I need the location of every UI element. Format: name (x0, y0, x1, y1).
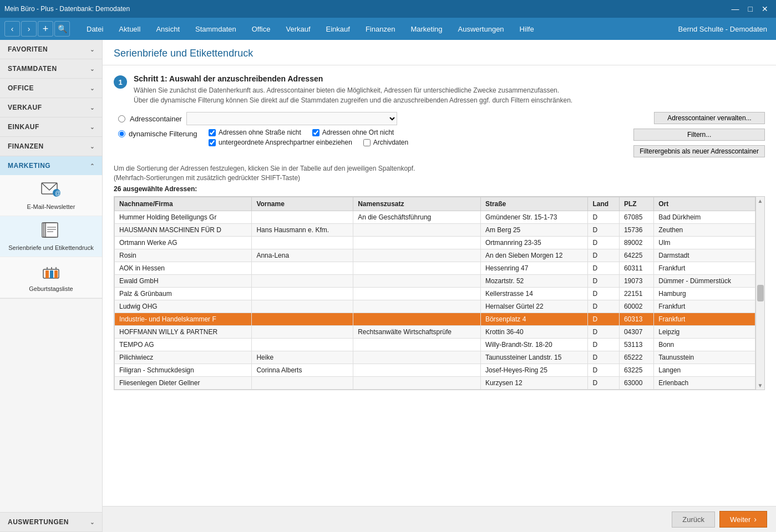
nav-search-button[interactable]: 🔍 (54, 21, 70, 37)
sidebar-favoriten-header[interactable]: FAVORITEN ⌄ (0, 40, 102, 59)
radio-dynamisch-label[interactable]: dynamische Filterung (129, 130, 197, 138)
menu-einkauf[interactable]: Einkauf (318, 21, 358, 38)
table-row[interactable]: Industrie- und Handelskammer FBörsenplat… (115, 313, 755, 325)
th-land[interactable]: Land (588, 197, 620, 211)
table-row[interactable]: Hummer Holding Beteiligungs GrAn die Ges… (115, 211, 755, 223)
check-ort-label[interactable]: Adressen ohne Ort nicht (322, 129, 394, 136)
nav-arrows: ‹ › + 🔍 (4, 21, 70, 37)
step-header: 1 Schritt 1: Auswahl der anzuschreibende… (114, 74, 765, 105)
table-row[interactable]: Palz & GrünbaumKellerstrasse 14D22151Ham… (115, 287, 755, 300)
table-cell: Industrie- und Handelskammer F (115, 313, 252, 325)
table-row[interactable]: RosinAnna-LenaAn den Sieben Morgen 12D64… (115, 249, 755, 262)
sidebar-auswertungen-header[interactable]: AUSWERTUNGEN ⌄ (0, 513, 102, 531)
sidebar-einkauf-header[interactable]: EINKAUF ⌄ (0, 117, 102, 136)
table-cell: Rosin (115, 249, 252, 262)
menu-ansicht[interactable]: Ansicht (148, 21, 187, 38)
nav-back-button[interactable]: ‹ (4, 21, 20, 37)
table-cell (353, 223, 481, 236)
adresscontainer-verwalten-button[interactable]: Adresscontainer verwalten... (654, 112, 765, 124)
th-nachname[interactable]: Nachname/Firma (115, 197, 252, 211)
sidebar-office-header[interactable]: OFFICE ⌄ (0, 79, 102, 98)
table-cell (353, 287, 481, 300)
table-cell: TEMPO AG (115, 338, 252, 351)
table-row[interactable]: Ewald GmbHMozartstr. 52D19073Dümmer - Dü… (115, 274, 755, 287)
scrollbar[interactable]: ▲ ▼ (756, 196, 765, 390)
nav-forward-button[interactable]: › (21, 21, 37, 37)
table-cell (353, 249, 481, 262)
sidebar-item-serienbriefe[interactable]: Serienbriefe und Etikettendruck (0, 216, 102, 257)
radio-adresscontainer[interactable] (118, 115, 125, 122)
filtern-button[interactable]: Filtern... (633, 129, 765, 141)
sidebar-section-favoriten: FAVORITEN ⌄ (0, 40, 102, 59)
sidebar-verkauf-header[interactable]: VERKAUF ⌄ (0, 98, 102, 117)
th-plz[interactable]: PLZ (619, 197, 653, 211)
sidebar-serienbriefe-label: Serienbriefe und Etikettendruck (8, 244, 93, 251)
table-cell: D (588, 236, 620, 249)
adresscontainer-select[interactable] (186, 112, 397, 125)
checkbox-ort[interactable] (312, 129, 319, 136)
menu-finanzen[interactable]: Finanzen (358, 21, 403, 38)
sidebar-marketing-header[interactable]: MARKETING ⌃ (0, 156, 102, 175)
table-body: Hummer Holding Beteiligungs GrAn die Ges… (115, 211, 755, 389)
th-ort[interactable]: Ort (654, 197, 755, 211)
checkbox-strasse[interactable] (209, 129, 216, 136)
menu-auswertungen[interactable]: Auswertungen (450, 21, 511, 38)
table-cell: An die Geschäftsführung (353, 211, 481, 223)
chevron-down-icon: ⌄ (90, 519, 95, 525)
table-row[interactable]: PilichiwieczHeikeTaunussteiner Landstr. … (115, 351, 755, 364)
menu-verkauf[interactable]: Verkauf (278, 21, 318, 38)
menu-aktuell[interactable]: Aktuell (111, 21, 148, 38)
menu-datei[interactable]: Datei (79, 21, 111, 38)
weiter-button[interactable]: Weiter › (719, 511, 767, 528)
check-archivdaten: Archivdaten (363, 139, 408, 146)
nav-add-button[interactable]: + (38, 21, 53, 37)
sidebar-item-email-newsletter[interactable]: @ E-Mail-Newsletter (0, 175, 102, 216)
close-button[interactable]: ✕ (758, 3, 772, 14)
menu-stammdaten[interactable]: Stammdaten (187, 21, 244, 38)
table-row[interactable]: Ludwig OHGHernalser Gürtel 22D60002Frank… (115, 300, 755, 313)
sidebar-item-geburtstagsliste[interactable]: Geburtstagsliste (0, 257, 102, 298)
table-cell: Hessenring 47 (480, 262, 588, 274)
table-row[interactable]: Ortmann Werke AGOrtmannring 23-35D89002U… (115, 236, 755, 249)
table-cell: Langen (654, 364, 755, 376)
sort-info: Um die Sortierung der Adressen festzuleg… (114, 164, 765, 183)
table-cell: Darmstadt (654, 249, 755, 262)
checkbox-ansprechpartner[interactable] (209, 139, 216, 146)
step-info: Schritt 1: Auswahl der anzuschreibenden … (134, 74, 572, 105)
th-vorname[interactable]: Vorname (252, 197, 353, 211)
table-cell: D (588, 287, 620, 300)
table-row[interactable]: Filigran - SchmuckdesignCorinna AlbertsJ… (115, 364, 755, 376)
radio-dynamisch[interactable] (118, 130, 125, 137)
table-cell (252, 313, 353, 325)
filter-result-button[interactable]: Filterergebnis als neuer Adresscontainer (633, 145, 765, 157)
table-cell: Bonn (654, 338, 755, 351)
sidebar-stammdaten-header[interactable]: STAMMDATEN ⌄ (0, 59, 102, 78)
table-cell: Kurzysen 12 (480, 376, 588, 389)
table-row[interactable]: AOK in HessenHessenring 47D60311Frankfur… (115, 262, 755, 274)
maximize-button[interactable]: □ (745, 3, 756, 14)
table-row[interactable]: TEMPO AGWilly-Brandt-Str. 18-20D53113Bon… (115, 338, 755, 351)
table-cell: 60311 (619, 262, 653, 274)
check-strasse: Adressen ohne Straße nicht (209, 129, 301, 136)
th-namenszusatz[interactable]: Namenszusatz (353, 197, 481, 211)
zurueck-button[interactable]: Zurück (672, 511, 715, 528)
sidebar-finanzen-header[interactable]: FINANZEN ⌄ (0, 137, 102, 156)
menu-hilfe[interactable]: Hilfe (512, 21, 542, 38)
check-ansprechpartner-label[interactable]: untergeordnete Ansprechpartner einbezieh… (219, 139, 352, 146)
th-strasse[interactable]: Straße (480, 197, 588, 211)
table-cell: Rechtsanwälte Wirtschaftsprüfe (353, 325, 481, 338)
checkbox-archivdaten[interactable] (363, 139, 371, 146)
table-row[interactable]: HOFFMANN WILLY & PARTNERRechtsanwälte Wi… (115, 325, 755, 338)
menu-office[interactable]: Office (244, 21, 278, 38)
title-bar-controls: — □ ✕ (728, 3, 772, 14)
check-strasse-label[interactable]: Adressen ohne Straße nicht (219, 129, 301, 136)
check-archivdaten-label[interactable]: Archivdaten (373, 139, 408, 146)
table-row[interactable]: Fliesenlegen Dieter GellnerKurzysen 12D6… (115, 376, 755, 389)
table-wrapper[interactable]: Nachname/Firma Vorname Namenszusatz Stra… (114, 196, 756, 390)
table-row[interactable]: HAUSMANN MASCHINEN FÜR DHans Hausmann e.… (115, 223, 755, 236)
menu-marketing[interactable]: Marketing (403, 21, 450, 38)
minimize-button[interactable]: — (728, 3, 743, 14)
radio-adresscontainer-label[interactable]: Adresscontainer (130, 115, 182, 123)
table-cell: 63000 (619, 376, 653, 389)
table-cell: Am Berg 25 (480, 223, 588, 236)
